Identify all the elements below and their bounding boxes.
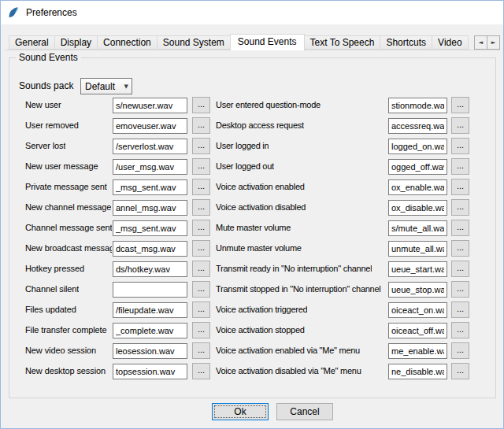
sound-event-label: Desktop access request [216,120,304,130]
tab-scroll-left-button[interactable]: ◄ [474,35,487,50]
sound-event-row: Hotkey pressed... [17,259,219,279]
sound-file-input[interactable] [113,200,187,216]
tab-sound-events[interactable]: Sound Events [230,34,305,50]
sound-event-label: User entered question-mode [216,100,321,109]
tab-connection[interactable]: Connection [97,35,158,50]
cancel-button[interactable]: Cancel [276,403,333,420]
browse-button[interactable]: ... [192,240,210,257]
browse-button[interactable]: ... [451,261,469,277]
sound-event-label: Channel silent [25,284,79,294]
sound-file-input[interactable] [113,220,187,236]
sound-event-label: Voice activation enabled via "Me" menu [216,346,360,355]
browse-button[interactable]: ... [192,179,210,195]
app-icon [7,6,20,19]
sound-file-input[interactable] [113,241,187,257]
sound-event-row: Voice activation disabled... [216,198,470,218]
browse-button[interactable]: ... [192,363,210,379]
sound-events-group: Sound Events Sounds pack Default ▼ New u… [9,57,496,398]
sounds-pack-select[interactable]: Default ▼ [80,78,132,94]
sound-file-input[interactable] [113,302,187,318]
sound-file-input[interactable] [388,302,447,318]
sound-file-input[interactable] [388,98,447,113]
sound-file-input[interactable] [113,118,187,134]
sound-file-input[interactable] [113,139,187,154]
sound-event-label: Files updated [25,305,76,314]
browse-button[interactable]: ... [192,97,210,113]
sound-event-row: New video session... [17,341,219,361]
browse-button[interactable]: ... [192,158,210,175]
sounds-pack-value: Default [85,81,115,92]
browse-button[interactable]: ... [451,97,469,113]
browse-button[interactable]: ... [451,220,469,236]
sound-file-input[interactable] [113,261,187,277]
sound-file-input[interactable] [388,241,447,257]
sound-event-row: User entered question-mode... [216,95,470,116]
sound-event-label: Voice activation disabled via "Me" menu [216,366,361,375]
browse-button[interactable]: ... [192,220,210,236]
browse-button[interactable]: ... [192,322,210,338]
tab-display[interactable]: Display [54,35,98,50]
sound-file-input[interactable] [113,343,187,359]
browse-button[interactable]: ... [451,117,469,134]
sound-file-input[interactable] [113,323,187,338]
sound-file-input[interactable] [113,159,187,175]
sound-file-input[interactable] [113,282,187,298]
sound-file-input[interactable] [388,364,447,379]
browse-button[interactable]: ... [451,158,469,175]
tab-scroll-right-button[interactable]: ► [487,35,500,50]
browse-button[interactable]: ... [451,301,469,318]
sound-event-label: User logged in [216,141,269,150]
sound-file-input[interactable] [388,179,447,195]
browse-button[interactable]: ... [192,301,210,318]
browse-button[interactable]: ... [451,342,469,359]
sound-file-input[interactable] [388,343,447,359]
tab-video[interactable]: Video [432,35,468,50]
browse-button[interactable]: ... [192,199,210,216]
sound-event-row: New broadcast message... [17,239,219,259]
sound-event-row: Voice activation enabled via "Me" menu..… [216,341,470,361]
sound-events-column-left: New user...User removed...Server lost...… [17,95,219,382]
browse-button[interactable]: ... [451,199,469,216]
sound-file-input[interactable] [388,139,447,154]
sound-file-input[interactable] [388,118,447,134]
sound-event-row: User logged in... [216,136,470,157]
sound-file-input[interactable] [388,261,447,277]
sound-file-input[interactable] [388,159,447,175]
ok-button[interactable]: Ok [212,403,269,420]
sound-event-row: Unmute master volume... [216,239,470,259]
browse-button[interactable]: ... [451,138,469,154]
browse-button[interactable]: ... [451,281,469,298]
sound-file-input[interactable] [388,200,447,216]
sound-event-label: Server lost [25,141,65,150]
tab-shortcuts[interactable]: Shortcuts [380,35,432,50]
tab-text-to-speech[interactable]: Text To Speech [304,35,381,50]
browse-button[interactable]: ... [192,117,210,134]
titlebar: Preferences [1,1,503,24]
browse-button[interactable]: ... [192,342,210,359]
tab-general[interactable]: General [9,35,55,50]
sound-file-input[interactable] [388,282,447,298]
window-title: Preferences [26,7,77,18]
sound-event-row: New user message... [17,157,219,177]
sound-event-row: Voice activation disabled via "Me" menu.… [216,361,470,382]
sound-event-row: File transfer complete... [17,320,219,341]
sound-event-label: Transmit stopped in "No interruption" ch… [216,284,381,294]
browse-button[interactable]: ... [192,261,210,277]
sound-file-input[interactable] [113,98,187,113]
sound-event-label: Channel message sent [25,223,112,232]
browse-button[interactable]: ... [451,179,469,195]
sound-event-label: Transmit ready in "No interruption" chan… [216,264,372,273]
sound-file-input[interactable] [388,323,447,338]
tab-sound-system[interactable]: Sound System [157,35,231,50]
sound-event-row: Server lost... [17,136,219,157]
browse-button[interactable]: ... [192,281,210,298]
sound-file-input[interactable] [388,220,447,236]
browse-button[interactable]: ... [451,363,469,379]
sound-event-label: New channel message [25,202,111,212]
browse-button[interactable]: ... [451,240,469,257]
browse-button[interactable]: ... [192,138,210,154]
browse-button[interactable]: ... [451,322,469,338]
sound-event-label: Private message sent [25,182,107,191]
sound-file-input[interactable] [113,179,187,195]
sound-file-input[interactable] [113,364,187,379]
